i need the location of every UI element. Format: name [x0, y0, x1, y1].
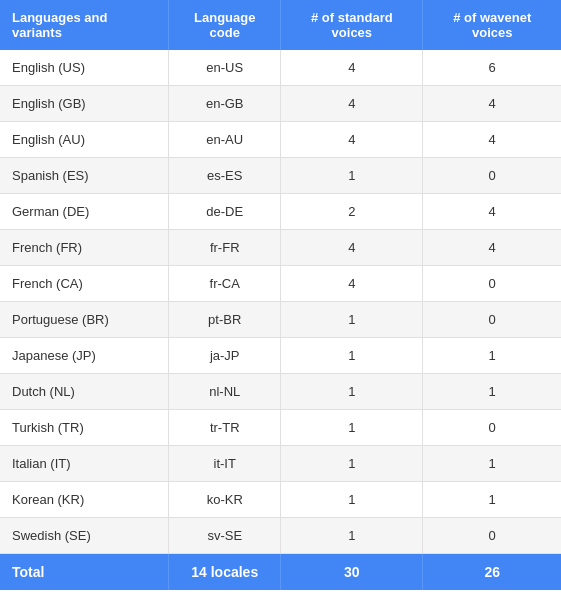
cell-language: French (FR): [0, 230, 169, 266]
languages-table: Languages and variants Language code # o…: [0, 0, 561, 590]
cell-wavenet: 0: [423, 518, 561, 554]
cell-wavenet: 4: [423, 230, 561, 266]
table-row: French (FR)fr-FR44: [0, 230, 561, 266]
cell-wavenet: 0: [423, 410, 561, 446]
cell-standard: 2: [281, 194, 423, 230]
cell-code: it-IT: [169, 446, 281, 482]
cell-language: Dutch (NL): [0, 374, 169, 410]
table-row: English (GB)en-GB44: [0, 86, 561, 122]
cell-standard: 1: [281, 410, 423, 446]
table-row: Italian (IT)it-IT11: [0, 446, 561, 482]
cell-standard: 4: [281, 50, 423, 86]
cell-code: nl-NL: [169, 374, 281, 410]
cell-language: French (CA): [0, 266, 169, 302]
table-row: English (US)en-US46: [0, 50, 561, 86]
footer-standard-total: 30: [281, 554, 423, 591]
cell-code: ko-KR: [169, 482, 281, 518]
cell-wavenet: 0: [423, 266, 561, 302]
table-header-row: Languages and variants Language code # o…: [0, 0, 561, 50]
cell-wavenet: 1: [423, 374, 561, 410]
cell-standard: 1: [281, 518, 423, 554]
cell-code: ja-JP: [169, 338, 281, 374]
cell-standard: 1: [281, 302, 423, 338]
cell-standard: 1: [281, 482, 423, 518]
cell-language: Italian (IT): [0, 446, 169, 482]
table-row: Portuguese (BR)pt-BR10: [0, 302, 561, 338]
cell-code: en-GB: [169, 86, 281, 122]
header-wavenet: # of wavenet voices: [423, 0, 561, 50]
cell-standard: 1: [281, 338, 423, 374]
cell-wavenet: 4: [423, 194, 561, 230]
cell-code: pt-BR: [169, 302, 281, 338]
cell-wavenet: 0: [423, 158, 561, 194]
table-footer-row: Total 14 locales 30 26: [0, 554, 561, 591]
cell-language: English (GB): [0, 86, 169, 122]
cell-standard: 1: [281, 446, 423, 482]
cell-standard: 4: [281, 266, 423, 302]
cell-standard: 4: [281, 86, 423, 122]
cell-language: Japanese (JP): [0, 338, 169, 374]
cell-wavenet: 4: [423, 122, 561, 158]
cell-code: sv-SE: [169, 518, 281, 554]
footer-wavenet-total: 26: [423, 554, 561, 591]
table-row: Turkish (TR)tr-TR10: [0, 410, 561, 446]
header-languages: Languages and variants: [0, 0, 169, 50]
footer-locales: 14 locales: [169, 554, 281, 591]
cell-code: tr-TR: [169, 410, 281, 446]
cell-code: fr-CA: [169, 266, 281, 302]
table-row: Korean (KR)ko-KR11: [0, 482, 561, 518]
header-standard: # of standard voices: [281, 0, 423, 50]
cell-language: Swedish (SE): [0, 518, 169, 554]
cell-code: fr-FR: [169, 230, 281, 266]
cell-wavenet: 6: [423, 50, 561, 86]
header-code: Language code: [169, 0, 281, 50]
cell-wavenet: 0: [423, 302, 561, 338]
table-row: Dutch (NL)nl-NL11: [0, 374, 561, 410]
cell-wavenet: 1: [423, 446, 561, 482]
cell-standard: 4: [281, 122, 423, 158]
table-body: English (US)en-US46English (GB)en-GB44En…: [0, 50, 561, 554]
cell-code: en-US: [169, 50, 281, 86]
cell-language: English (AU): [0, 122, 169, 158]
cell-wavenet: 1: [423, 338, 561, 374]
table-row: English (AU)en-AU44: [0, 122, 561, 158]
table-row: Japanese (JP)ja-JP11: [0, 338, 561, 374]
cell-language: Korean (KR): [0, 482, 169, 518]
cell-language: Spanish (ES): [0, 158, 169, 194]
cell-language: English (US): [0, 50, 169, 86]
table-row: German (DE)de-DE24: [0, 194, 561, 230]
cell-language: German (DE): [0, 194, 169, 230]
cell-code: de-DE: [169, 194, 281, 230]
cell-wavenet: 4: [423, 86, 561, 122]
cell-code: es-ES: [169, 158, 281, 194]
cell-wavenet: 1: [423, 482, 561, 518]
table-row: Swedish (SE)sv-SE10: [0, 518, 561, 554]
cell-language: Turkish (TR): [0, 410, 169, 446]
footer-label: Total: [0, 554, 169, 591]
cell-language: Portuguese (BR): [0, 302, 169, 338]
table-row: French (CA)fr-CA40: [0, 266, 561, 302]
cell-standard: 1: [281, 374, 423, 410]
cell-code: en-AU: [169, 122, 281, 158]
table-container: Languages and variants Language code # o…: [0, 0, 561, 590]
table-row: Spanish (ES)es-ES10: [0, 158, 561, 194]
cell-standard: 4: [281, 230, 423, 266]
cell-standard: 1: [281, 158, 423, 194]
